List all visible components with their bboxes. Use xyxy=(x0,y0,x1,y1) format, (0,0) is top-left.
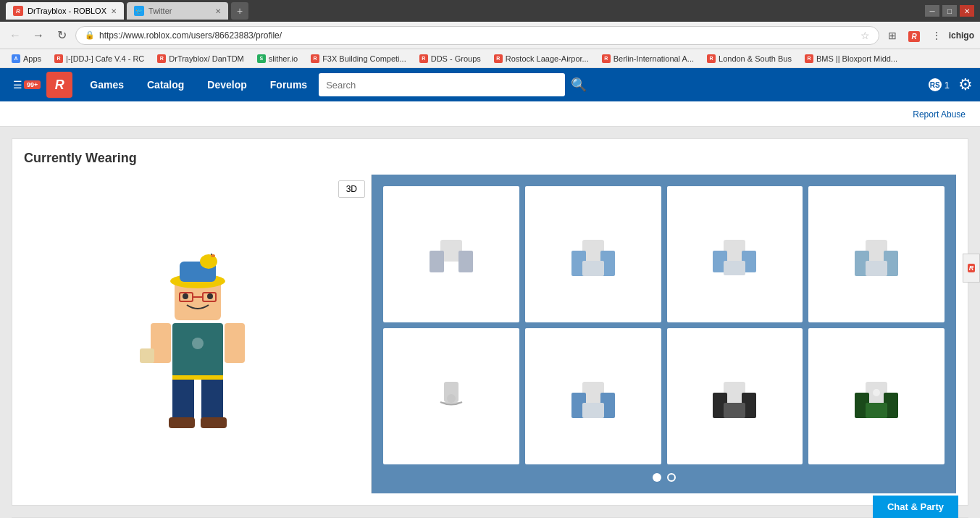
svg-rect-0 xyxy=(172,323,223,377)
bookmark-slither[interactable]: S slither.io xyxy=(251,53,303,64)
item-6-svg xyxy=(568,371,619,422)
new-tab-button[interactable]: + xyxy=(231,2,248,20)
nav-link-catalog[interactable]: Catalog xyxy=(135,68,196,101)
bookmark-drtrayblox[interactable]: R DrTrayblox/ DanTDM xyxy=(151,53,250,64)
item-4-svg xyxy=(851,229,902,280)
carousel-dot-1[interactable] xyxy=(653,473,661,482)
item-1-svg xyxy=(426,229,477,280)
bookmark-apps-label: Apps xyxy=(23,54,41,63)
report-abuse-link[interactable]: Report Abuse xyxy=(913,109,966,120)
toolbar-right: ⊞ R ⋮ ichigo xyxy=(884,28,974,43)
browser-titlebar: R DrTrayblox - ROBLOX ✕ 🐦 Twitter ✕ + ─ … xyxy=(0,0,980,22)
london-favicon: R xyxy=(707,54,716,63)
bookmark-london[interactable]: R London & South Bus xyxy=(701,53,797,64)
item-cell-5[interactable] xyxy=(383,328,519,464)
item-2-svg xyxy=(568,229,619,280)
active-tab[interactable]: R DrTrayblox - ROBLOX ✕ xyxy=(6,2,124,20)
inactive-tab-twitter[interactable]: 🐦 Twitter ✕ xyxy=(127,2,228,20)
browser-toolbar: ← → ↻ 🔒 https://www.roblox.com/users/866… xyxy=(0,22,980,49)
svg-point-38 xyxy=(447,394,456,403)
svg-point-2 xyxy=(183,293,188,299)
robux-amount: 1 xyxy=(945,80,950,91)
svg-rect-46 xyxy=(724,403,745,418)
close-window-button[interactable]: ✕ xyxy=(960,5,974,17)
items-grid xyxy=(383,186,945,464)
maximize-button[interactable]: □ xyxy=(942,5,957,17)
carousel-dots xyxy=(653,473,676,482)
minimize-button[interactable]: ─ xyxy=(925,5,939,17)
robux-icon: RS xyxy=(929,78,942,91)
tab-favicon-roblox: R xyxy=(13,6,23,16)
tab-label-roblox: DrTrayblox - ROBLOX xyxy=(28,7,106,15)
bookmark-bms[interactable]: R BMS || Bloxport Midd... xyxy=(799,53,903,64)
carousel-dot-2[interactable] xyxy=(667,473,676,482)
svg-point-3 xyxy=(207,293,213,299)
currently-wearing-title: Currently Wearing xyxy=(24,151,956,166)
item-cell-4[interactable] xyxy=(808,186,945,322)
nav-link-forums[interactable]: Forums xyxy=(259,68,319,101)
bookmark-london-label: London & South Bus xyxy=(719,54,792,63)
dds-favicon: R xyxy=(419,54,428,63)
item-7-svg xyxy=(709,371,760,422)
settings-button[interactable]: ⚙ xyxy=(958,75,973,94)
bookmark-dds-label: DDS - Groups xyxy=(431,54,481,63)
address-bar[interactable]: 🔒 https://www.roblox.com/users/86623883/… xyxy=(75,26,879,45)
page-content: Report Abuse Currently Wearing 3D xyxy=(0,101,980,518)
tab-close-roblox[interactable]: ✕ xyxy=(111,7,117,15)
bookmark-bms-label: BMS || Bloxport Midd... xyxy=(816,54,897,63)
svg-rect-42 xyxy=(582,403,604,418)
bookmark-f3x[interactable]: R F3X Building Competi... xyxy=(305,53,412,64)
item-8-svg xyxy=(851,371,902,422)
svg-rect-15 xyxy=(140,348,154,363)
item-3-svg xyxy=(709,229,760,280)
bookmark-berlin[interactable]: R Berlin-International A... xyxy=(596,53,700,64)
reload-button[interactable]: ↻ xyxy=(52,26,71,45)
nav-link-develop[interactable]: Develop xyxy=(196,68,258,101)
svg-rect-50 xyxy=(866,403,887,418)
item-cell-6[interactable] xyxy=(525,328,661,464)
forward-button[interactable]: → xyxy=(29,26,48,45)
hamburger-menu-button[interactable]: ☰ 99+ xyxy=(7,79,46,91)
wearing-container: 3D xyxy=(24,175,956,493)
currently-wearing-section: Currently Wearing 3D xyxy=(12,138,968,506)
search-input[interactable] xyxy=(319,73,565,96)
apps-favicon: A xyxy=(12,54,20,63)
chat-party-button[interactable]: Chat & Party xyxy=(873,496,958,518)
bookmark-f3x-label: F3X Building Competi... xyxy=(322,54,406,63)
search-button[interactable]: 🔍 xyxy=(565,77,592,93)
drtrayblox-favicon: R xyxy=(157,54,166,63)
bookmark-star-button[interactable]: ☆ xyxy=(860,30,870,41)
more-settings-button[interactable]: ⋮ xyxy=(927,28,946,43)
svg-rect-32 xyxy=(724,261,745,275)
item-cell-7[interactable] xyxy=(667,328,803,464)
bookmark-cafe[interactable]: R |-[DDJ-] Cafe V.4 - RC xyxy=(49,53,150,64)
items-grid-container xyxy=(372,175,956,493)
svg-rect-16 xyxy=(172,376,194,419)
character-svg xyxy=(125,236,270,432)
back-button[interactable]: ← xyxy=(6,26,25,45)
item-cell-3[interactable] xyxy=(667,186,803,322)
svg-rect-17 xyxy=(201,376,223,419)
item-cell-1[interactable] xyxy=(383,186,519,322)
cafe-favicon: R xyxy=(54,54,63,63)
item-cell-2[interactable] xyxy=(525,186,661,322)
extension-side-icon[interactable]: R xyxy=(963,254,980,283)
bookmark-rostock[interactable]: R Rostock Laage-Airpor... xyxy=(488,53,595,64)
rostock-favicon: R xyxy=(494,54,503,63)
slither-favicon: S xyxy=(257,54,266,63)
bookmarks-bar: A Apps R |-[DDJ-] Cafe V.4 - RC R DrTray… xyxy=(0,49,980,68)
robux-display: RS 1 xyxy=(929,78,950,91)
bookmark-drtrayblox-label: DrTrayblox/ DanTDM xyxy=(169,54,244,63)
extensions-button[interactable]: ⊞ xyxy=(884,28,901,43)
3d-button[interactable]: 3D xyxy=(338,180,365,198)
profile-name: ichigo xyxy=(949,30,974,41)
svg-rect-28 xyxy=(582,261,604,276)
nav-link-games[interactable]: Games xyxy=(78,68,135,101)
bookmark-apps[interactable]: A Apps xyxy=(6,53,47,64)
roblox-extension-btn[interactable]: R xyxy=(904,28,924,43)
lock-icon: 🔒 xyxy=(85,30,95,40)
item-cell-8[interactable] xyxy=(808,328,945,464)
tab-close-twitter[interactable]: ✕ xyxy=(215,7,221,15)
bookmark-dds[interactable]: R DDS - Groups xyxy=(414,53,487,64)
bookmark-rostock-label: Rostock Laage-Airpor... xyxy=(506,54,589,63)
